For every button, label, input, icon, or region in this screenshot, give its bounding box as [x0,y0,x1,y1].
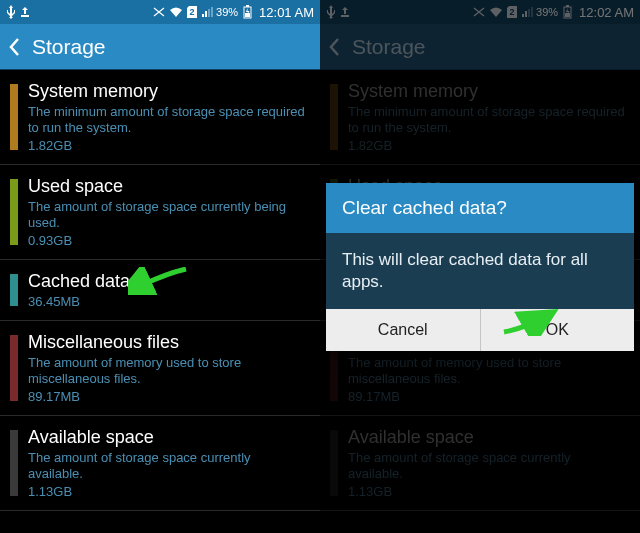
item-size: 1.82GB [348,138,626,154]
item-title: Available space [28,426,306,448]
storage-item: Available spaceThe amount of storage spa… [320,416,640,511]
battery-icon [563,5,572,19]
clock: 12:01 AM [259,5,314,20]
item-size: 0.93GB [28,233,306,249]
item-size: 1.13GB [348,484,626,500]
header-bar: Storage [320,24,640,70]
color-swatch [10,430,18,496]
svg-text:2: 2 [190,7,195,17]
storage-item[interactable]: Used spaceThe amount of storage space cu… [0,165,320,260]
svg-rect-2 [246,5,249,7]
no-signal-icon [152,6,166,18]
storage-item[interactable]: Available spaceThe amount of storage spa… [0,416,320,511]
svg-text:2: 2 [510,7,515,17]
sim2-icon: 2 [506,5,518,19]
wifi-icon [489,6,503,18]
storage-item[interactable]: Cached data36.45MB [0,260,320,321]
status-bar: 2 39% 12:02 AM [320,0,640,24]
storage-item[interactable]: Miscellaneous filesThe amount of memory … [0,321,320,416]
item-size: 89.17MB [348,389,626,405]
usb-icon [6,5,16,19]
back-icon [328,37,348,57]
page-title: Storage [32,35,106,59]
item-title: Available space [348,426,626,448]
usb-icon [326,5,336,19]
storage-list: System memoryThe minimum amount of stora… [0,70,320,511]
signal-icon [521,6,533,18]
item-description: The amount of storage space currently av… [348,450,626,482]
color-swatch [10,335,18,401]
svg-rect-6 [566,5,569,7]
item-description: The minimum amount of storage space requ… [28,104,306,136]
item-size: 1.82GB [28,138,306,154]
item-size: 1.13GB [28,484,306,500]
clear-cache-dialog: Clear cached data? This will clear cache… [326,183,634,351]
item-title: System memory [28,80,306,102]
item-description: The amount of memory used to store misce… [348,355,626,387]
color-swatch [10,84,18,150]
dialog-body: This will clear cached data for all apps… [326,233,634,309]
header-bar[interactable]: Storage [0,24,320,70]
color-swatch [330,84,338,150]
item-title: Used space [28,175,306,197]
screen-right: 2 39% 12:02 AM Storage System memoryThe … [320,0,640,533]
sim2-icon: 2 [186,5,198,19]
clock: 12:02 AM [579,5,634,20]
signal-icon [201,6,213,18]
battery-percentage: 39% [536,6,558,18]
color-swatch [10,179,18,245]
screen-left: 2 39% 12:01 AM Storage System memoryThe … [0,0,320,533]
back-icon[interactable] [8,37,28,57]
no-signal-icon [472,6,486,18]
cancel-button[interactable]: Cancel [326,309,480,351]
storage-item[interactable]: System memoryThe minimum amount of stora… [0,70,320,165]
item-size: 36.45MB [28,294,306,310]
item-description: The amount of storage space currently be… [28,199,306,231]
item-description: The amount of storage space currently av… [28,450,306,482]
item-title: Miscellaneous files [28,331,306,353]
color-swatch [330,430,338,496]
upload-icon [19,6,31,18]
dialog-button-row: Cancel OK [326,309,634,351]
page-title: Storage [352,35,426,59]
ok-button[interactable]: OK [480,309,635,351]
color-swatch [10,274,18,306]
upload-icon [339,6,351,18]
item-description: The amount of memory used to store misce… [28,355,306,387]
storage-item: System memoryThe minimum amount of stora… [320,70,640,165]
item-title: Cached data [28,270,306,292]
item-title: System memory [348,80,626,102]
status-bar: 2 39% 12:01 AM [0,0,320,24]
wifi-icon [169,6,183,18]
battery-percentage: 39% [216,6,238,18]
item-size: 89.17MB [28,389,306,405]
battery-icon [243,5,252,19]
dialog-title: Clear cached data? [326,183,634,233]
item-description: The minimum amount of storage space requ… [348,104,626,136]
